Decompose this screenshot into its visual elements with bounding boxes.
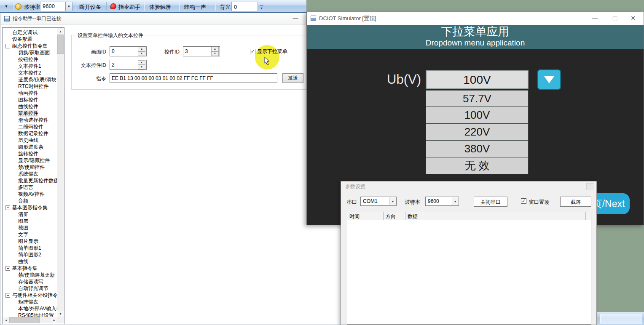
tree-item[interactable]: 数据记录控件 bbox=[3, 130, 57, 137]
baud-rate-select[interactable]: 9600 ▼ bbox=[425, 197, 459, 206]
serial-port-select[interactable]: COM1 ▼ bbox=[360, 197, 397, 206]
tree-item[interactable]: 视频AV控件 bbox=[3, 191, 57, 197]
tree-item[interactable]: 简单图形1 bbox=[3, 245, 57, 251]
tree-item[interactable]: 图标控件 bbox=[3, 96, 57, 103]
tree-item[interactable]: 基本指令集 bbox=[3, 265, 57, 272]
tree-item[interactable]: 禁/使能控件 bbox=[3, 164, 57, 170]
tree-item[interactable]: 矩阵键盘 bbox=[3, 298, 57, 305]
table-column-header[interactable] bbox=[586, 212, 591, 220]
scroll-down-icon[interactable]: ▼ bbox=[57, 311, 64, 317]
tree-horizontal-scrollbar[interactable]: ◄ ► bbox=[3, 317, 57, 323]
tree-item[interactable]: 圆形进度条 bbox=[3, 144, 57, 150]
step-up-icon[interactable]: ▲ bbox=[138, 47, 145, 51]
param-close-button[interactable] bbox=[586, 183, 594, 190]
tree-item[interactable]: 历史曲线 bbox=[3, 137, 57, 144]
screen-id-stepper[interactable]: ▲▼ bbox=[110, 46, 147, 56]
dropdown-toggle-button[interactable] bbox=[537, 69, 561, 90]
tree-item[interactable]: 显示/隐藏控件 bbox=[3, 157, 57, 164]
tree-item[interactable]: 文本控件2 bbox=[3, 69, 57, 76]
minimize-button[interactable]: — bbox=[590, 15, 599, 21]
tree-item[interactable]: 菜单控件 bbox=[3, 110, 57, 117]
tree-item[interactable]: 多语言 bbox=[3, 184, 57, 191]
tree-item[interactable]: 动画控件 bbox=[3, 90, 57, 96]
tree-item[interactable]: 自定义调试 bbox=[3, 29, 57, 36]
beep-once-button[interactable]: 蜂鸣一声 bbox=[184, 3, 206, 11]
backlight-input[interactable] bbox=[231, 2, 258, 11]
tree-item[interactable]: 曲线控件 bbox=[3, 103, 57, 110]
dropdown-arrow-icon[interactable]: ▼ bbox=[389, 197, 396, 205]
tree-item[interactable]: RS485地址设置 bbox=[3, 312, 57, 317]
stepper-arrows[interactable]: ▲▼ bbox=[138, 60, 145, 69]
text-widget-id-stepper[interactable]: ▲▼ bbox=[110, 60, 147, 70]
tree-item[interactable]: 组态控件指令集 bbox=[3, 43, 57, 49]
scrollbar-thumb[interactable] bbox=[57, 35, 64, 54]
tree-item[interactable]: 二维码控件 bbox=[3, 123, 57, 130]
scroll-left-icon[interactable]: ◄ bbox=[3, 317, 9, 323]
dropdown-option[interactable]: 57.7V bbox=[426, 90, 529, 107]
window-topmost-checkbox[interactable]: ✓ bbox=[521, 198, 526, 204]
tree-item[interactable]: 图片显示 bbox=[3, 238, 57, 245]
tree-item[interactable]: 本地/外部AV输入视 bbox=[3, 305, 57, 312]
step-up-icon[interactable]: ▲ bbox=[138, 60, 145, 65]
minimize-button[interactable]: — bbox=[290, 17, 301, 23]
tree-item[interactable]: 音频 bbox=[3, 197, 57, 204]
widget-id-input[interactable] bbox=[183, 47, 211, 56]
tree-item[interactable]: 批量更新控件数值 bbox=[3, 177, 57, 184]
tree-item[interactable]: 图层 bbox=[3, 218, 57, 224]
stepper-arrows[interactable]: ▲▼ bbox=[138, 47, 145, 56]
tree-item[interactable]: 系统键盘 bbox=[3, 170, 57, 177]
dropdown-option[interactable]: 无 效 bbox=[426, 157, 529, 174]
tree-item[interactable]: RTC时钟控件 bbox=[3, 83, 57, 90]
table-column-header[interactable]: 方向 bbox=[384, 212, 405, 220]
dropdown-option[interactable]: 380V bbox=[426, 141, 529, 157]
param-titlebar[interactable]: 参数设置 bbox=[341, 181, 596, 192]
dropdown-arrow-icon[interactable]: ▼ bbox=[452, 197, 458, 205]
step-down-icon[interactable]: ▼ bbox=[211, 51, 219, 56]
widget-id-stepper[interactable]: ▲▼ bbox=[183, 46, 220, 56]
tree-item[interactable]: 禁/使能屏幕更新 bbox=[3, 272, 57, 278]
tree-item[interactable]: 滑动选择控件 bbox=[3, 117, 57, 123]
scrollbar-thumb[interactable] bbox=[9, 317, 40, 323]
tree-item[interactable]: 曲线 bbox=[3, 258, 57, 265]
tree-item[interactable]: 按钮控件 bbox=[3, 56, 57, 63]
step-down-icon[interactable]: ▼ bbox=[138, 65, 145, 69]
taskbar-button[interactable] bbox=[600, 314, 642, 324]
close-button[interactable]: ✕ bbox=[628, 15, 638, 21]
tree-collapse-icon[interactable] bbox=[5, 266, 10, 271]
baud-dropdown-arrow-icon[interactable]: ▼ bbox=[65, 2, 72, 11]
dropdown-option[interactable]: 220V bbox=[426, 124, 529, 141]
maximize-button[interactable]: ▢ bbox=[610, 15, 620, 21]
tree-collapse-icon[interactable] bbox=[5, 293, 10, 298]
dropdown-selected-value[interactable]: 100V bbox=[426, 70, 529, 89]
tree-item[interactable]: 切换/获取画面 bbox=[3, 49, 57, 56]
tree-item[interactable]: 截图 bbox=[3, 224, 57, 231]
tree-item[interactable]: 存储器读写 bbox=[3, 278, 57, 285]
show-dropdown-checkbox-row[interactable]: ✓ 显示下拉菜单 bbox=[250, 48, 287, 55]
text-widget-id-input[interactable] bbox=[110, 60, 138, 69]
tree-item[interactable]: 清屏 bbox=[3, 211, 57, 218]
tree-item[interactable]: 设备配置 bbox=[3, 36, 57, 43]
stepper-arrows[interactable]: ▲▼ bbox=[211, 47, 219, 56]
tree-item[interactable]: 文字 bbox=[3, 231, 57, 238]
tree-vertical-scrollbar[interactable]: ▲ ▼ bbox=[57, 28, 64, 317]
tree-collapse-icon[interactable] bbox=[5, 205, 10, 210]
command-hex-input[interactable] bbox=[110, 73, 277, 83]
toolbar-dropdown-icon[interactable]: ▼ bbox=[2, 3, 11, 10]
toolbar-overflow-icon[interactable]: —▾ bbox=[259, 4, 264, 10]
tree-item[interactable]: 进度条/仪表/滑块 bbox=[3, 76, 57, 83]
tree-collapse-icon[interactable] bbox=[5, 44, 10, 48]
command-helper-button[interactable]: 指令助手 bbox=[118, 3, 140, 11]
scroll-right-icon[interactable]: ► bbox=[51, 317, 57, 323]
disconnect-device-button[interactable]: 断开设备 bbox=[79, 3, 101, 11]
step-down-icon[interactable]: ▼ bbox=[138, 51, 145, 56]
table-column-header[interactable]: 数据 bbox=[405, 212, 586, 220]
tree-item[interactable]: 基本图形指令集 bbox=[3, 204, 57, 211]
tree-item[interactable]: 简单图形2 bbox=[3, 251, 57, 258]
tree-item[interactable]: 文本控件1 bbox=[3, 63, 57, 69]
baud-rate-select[interactable]: 9600 bbox=[40, 2, 65, 11]
scroll-up-icon[interactable]: ▲ bbox=[57, 28, 64, 35]
screen-id-input[interactable] bbox=[110, 47, 138, 56]
screenshot-button[interactable]: 截屏 bbox=[560, 197, 591, 207]
show-dropdown-checkbox[interactable]: ✓ bbox=[250, 49, 255, 54]
send-button[interactable]: 发送 bbox=[282, 73, 303, 83]
